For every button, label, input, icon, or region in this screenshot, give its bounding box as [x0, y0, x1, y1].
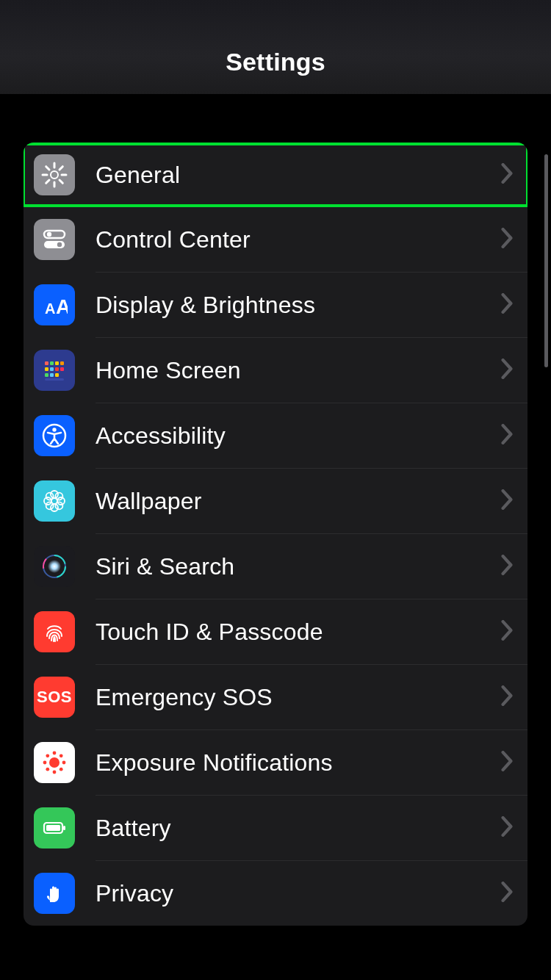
row-label: Control Center: [96, 226, 501, 253]
chevron-right-icon: [501, 489, 513, 513]
row-label: Accessibility: [96, 422, 501, 450]
settings-list-wrapper: GeneralControl CenterDisplay & Brightnes…: [0, 94, 551, 926]
scrollbar[interactable]: [544, 154, 548, 367]
chevron-right-icon: [501, 359, 513, 382]
fingerprint-icon: [34, 611, 75, 652]
accessibility-icon: [34, 415, 75, 456]
chevron-right-icon: [501, 816, 513, 840]
sos-text: SOS: [37, 688, 72, 707]
settings-row-display-brightness[interactable]: Display & Brightness: [24, 273, 527, 337]
header: Settings: [0, 0, 551, 94]
settings-row-general[interactable]: General: [24, 143, 527, 207]
settings-row-touch-id[interactable]: Touch ID & Passcode: [24, 599, 527, 664]
chevron-right-icon: [501, 620, 513, 644]
row-label: Privacy: [96, 880, 501, 907]
page-title: Settings: [226, 48, 325, 76]
grid-icon: [34, 350, 75, 391]
chevron-right-icon: [501, 751, 513, 774]
settings-row-emergency-sos[interactable]: SOSEmergency SOS: [24, 665, 527, 729]
chevron-right-icon: [501, 228, 513, 251]
chevron-right-icon: [501, 555, 513, 578]
row-label: Display & Brightness: [96, 292, 501, 319]
settings-row-wallpaper[interactable]: Wallpaper: [24, 469, 527, 533]
chevron-right-icon: [501, 163, 513, 187]
gear-icon: [34, 154, 75, 195]
row-label: Touch ID & Passcode: [96, 619, 501, 646]
row-label: Siri & Search: [96, 553, 501, 580]
chevron-right-icon: [501, 882, 513, 905]
settings-row-privacy[interactable]: Privacy: [24, 861, 527, 926]
row-label: General: [96, 162, 501, 189]
exposure-icon: [34, 742, 75, 783]
flower-icon: [34, 480, 75, 522]
settings-row-battery[interactable]: Battery: [24, 796, 527, 860]
chevron-right-icon: [501, 293, 513, 317]
settings-row-siri-search[interactable]: Siri & Search: [24, 534, 527, 599]
sos-icon: SOS: [34, 677, 75, 718]
settings-row-control-center[interactable]: Control Center: [24, 207, 527, 272]
row-label: Battery: [96, 815, 501, 842]
row-label: Exposure Notifications: [96, 749, 501, 777]
settings-row-home-screen[interactable]: Home Screen: [24, 338, 527, 403]
row-label: Wallpaper: [96, 488, 501, 515]
text-size-icon: [34, 284, 75, 325]
settings-row-exposure-notifications[interactable]: Exposure Notifications: [24, 730, 527, 795]
row-label: Home Screen: [96, 357, 501, 384]
siri-icon: [34, 546, 75, 587]
battery-icon: [34, 807, 75, 849]
hand-icon: [34, 873, 75, 914]
settings-row-accessibility[interactable]: Accessibility: [24, 403, 527, 468]
settings-list: GeneralControl CenterDisplay & Brightnes…: [24, 143, 527, 926]
row-label: Emergency SOS: [96, 684, 501, 711]
toggles-icon: [34, 219, 75, 260]
chevron-right-icon: [501, 685, 513, 709]
chevron-right-icon: [501, 424, 513, 447]
